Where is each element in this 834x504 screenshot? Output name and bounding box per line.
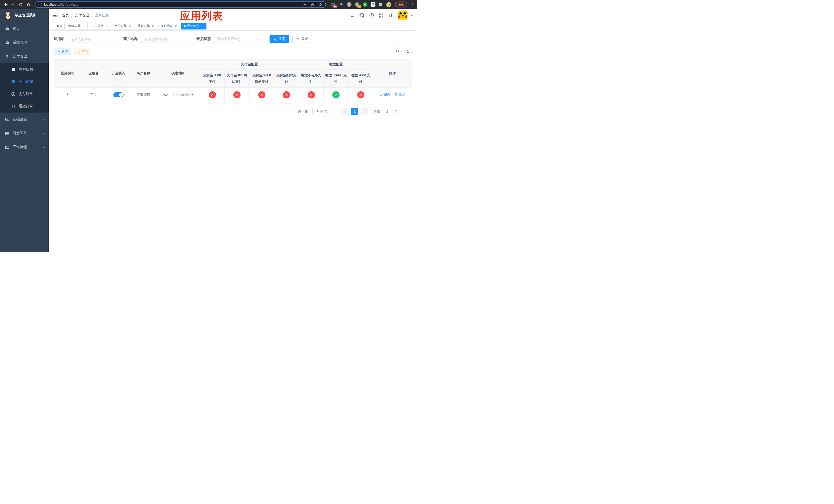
refresh-table-button[interactable] [404,47,412,55]
prev-page-button[interactable] [341,108,349,115]
sidebar-item-home[interactable]: 首页 [0,22,49,36]
share-icon[interactable] [310,3,314,7]
breadcrumb-separator [71,13,72,18]
export-button[interactable]: 导出 [74,48,91,55]
password-key-icon[interactable] [302,2,307,7]
tab-user-group[interactable]: 用户分组 [89,23,111,29]
help-icon[interactable]: ? [369,13,374,18]
browser-reload-icon[interactable] [18,1,24,8]
ext-puzzle-icon[interactable] [378,2,383,7]
app-title: 芋道管理系统 [15,13,36,18]
breadcrumb-payment[interactable]: 支付管理 [74,13,89,18]
ext-tampermonkey-icon[interactable]: 10 [331,2,336,7]
filter-form: 应用名 商户名称 开启状态 请选择开启状态 搜索 [54,35,412,43]
sidebar-item-label: 退款订单 [19,104,45,109]
sidebar-item-payment[interactable]: 支付管理 [0,49,49,63]
collapse-sidebar-icon[interactable] [52,13,58,18]
active-dot [184,25,186,27]
enabled-toggle[interactable] [113,92,124,97]
ext-badge: 1 [357,5,361,8]
url-text: localhost:1024/pay/app [44,3,300,6]
page-size-select[interactable]: 10条/页 [312,108,336,115]
search-button[interactable]: 搜索 [269,35,289,43]
address-bar[interactable]: i localhost:1024/pay/app [35,1,326,8]
app-name-input[interactable] [68,35,115,43]
chevron-up-icon [42,55,45,58]
ext-y-icon[interactable]: y [363,2,368,7]
cell-app-id: 6 [54,88,81,102]
next-page-button[interactable] [361,108,368,115]
browser-back-icon[interactable] [2,1,9,8]
user-avatar[interactable] [398,10,408,20]
browser-forward-icon[interactable] [10,1,16,8]
close-icon[interactable] [82,24,85,28]
github-icon[interactable] [359,13,364,18]
sidebar-logo-row[interactable]: 芋道管理系统 [0,9,49,22]
sidebar-item-app-info[interactable]: 应用信息 [0,76,49,88]
status-badge [233,91,241,98]
page-number[interactable]: 1 [351,108,358,115]
toggle-search-button[interactable] [394,47,402,55]
sidebar-item-system[interactable]: 系统管理 [0,36,49,49]
ext-emoji-icon[interactable] [386,2,391,7]
delete-link[interactable]: 删除 [394,92,405,97]
briefcase-icon [5,145,9,149]
ext-command-icon[interactable]: ⌘ [347,2,352,7]
tab-refund-order[interactable]: 退款订单 [135,23,157,29]
page-unit-label: 页 [394,109,398,114]
merchant-name-input[interactable] [141,35,188,43]
site-info-icon[interactable]: i [39,3,42,6]
ext-kite-icon[interactable] [338,2,344,7]
bookmark-star-icon[interactable] [318,2,322,7]
tab-process-form[interactable]: 流程表单 [66,23,88,29]
breadcrumb: 首页 支付管理 应用信息 [62,13,109,18]
reset-button[interactable]: 重置 [292,35,312,43]
cell-app-name: 芋道 [81,88,106,102]
tab-home[interactable]: 首页 [54,23,65,29]
status-label: 开启状态 [196,37,211,41]
close-icon[interactable] [128,24,132,28]
close-icon[interactable] [105,24,109,28]
font-size-icon[interactable] [389,13,393,18]
edit-link[interactable]: 修改 [380,92,391,97]
table-row: 6 芋道 芋道源码 2021-10-23 08:49:25 [54,88,412,102]
monitor-icon [5,117,9,121]
ext-proxy-icon[interactable]: 1 [354,2,359,7]
sidebar-item-label: 系统管理 [13,40,40,45]
sidebar-item-label: 基础设施 [13,117,40,122]
sidebar-item-pay-order[interactable]: ¥ 支付订单 [0,88,49,100]
browser-menu-icon[interactable] [411,3,414,6]
breadcrumb-home[interactable]: 首页 [62,13,69,18]
add-button[interactable]: 新增 [54,48,71,55]
goto-page-input[interactable] [382,108,392,115]
tab-app-info[interactable]: 应用信息 [181,23,206,29]
cell-merchant: 芋道源码 [131,88,156,102]
annotation-title: 应用列表 [180,10,223,21]
status-select[interactable]: 请选择开启状态 [214,35,261,43]
sidebar-item-infrastructure[interactable]: 基础设施 [0,113,49,127]
browser-update-button[interactable]: 更新 [395,2,407,7]
gear-icon [5,41,9,45]
tab-merchant-info[interactable]: 商户信息 [158,23,180,29]
tab-pay-order[interactable]: 支付订单 [112,23,134,29]
chevron-down-icon [257,38,259,40]
fullscreen-icon[interactable] [379,13,383,18]
sidebar-item-refund-order[interactable]: 退款订单 [0,100,49,113]
ext-chat-icon[interactable] [370,2,375,7]
cell-created: 2021-10-23 08:49:25 [156,88,200,102]
close-icon[interactable] [151,24,155,28]
chevron-down-icon [330,110,332,112]
avatar-dropdown-caret[interactable] [411,15,413,16]
pagination: 共 1 条 10条/页 1 前往 页 [54,108,412,115]
status-badge [283,91,290,98]
sidebar-item-dev-tools[interactable]: 研发工具 [0,127,49,140]
sidebar-item-merchant-info[interactable]: 商户信息 [0,63,49,76]
close-icon[interactable] [201,24,204,28]
app-table: 应用编号 应用名 开启状态 商户名称 创建时间 支付宝配置 微信配置 操作 支付… [54,59,412,102]
browser-home-icon[interactable] [25,1,32,8]
close-icon[interactable] [174,24,178,28]
col-header-status: 开启状态 [106,60,131,88]
table-toolbar: 新增 导出 [54,47,412,55]
sidebar-item-workflow[interactable]: 工作流程 [0,140,49,154]
header-search-icon[interactable] [350,13,354,18]
